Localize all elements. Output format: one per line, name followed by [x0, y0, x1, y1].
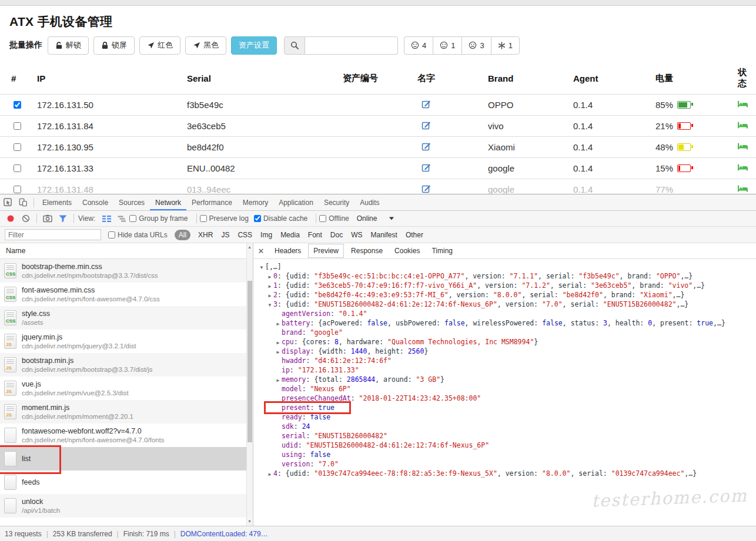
json-token: battery	[282, 319, 310, 327]
disable-cache-checkbox[interactable]	[254, 215, 261, 222]
edit-icon[interactable]	[422, 100, 431, 110]
filter-type-media[interactable]: Media	[280, 231, 300, 239]
filter-type-other[interactable]: Other	[406, 231, 423, 239]
network-request-row[interactable]: JSmoment.min.jscdn.jsdelivr.net/npm/mome…	[0, 400, 253, 424]
scrollbar-thumb[interactable]	[247, 281, 252, 442]
disable-cache-option[interactable]: Disable cache	[254, 214, 307, 223]
tab-memory[interactable]: Memory	[237, 194, 273, 210]
hide-data-urls-option[interactable]: Hide data URLs	[108, 231, 168, 239]
disclosure-closed-icon[interactable]: ▶	[266, 470, 273, 479]
tab-performance[interactable]: Performance	[186, 194, 237, 210]
edit-icon[interactable]	[422, 164, 431, 174]
tab-audits[interactable]: Audits	[354, 194, 384, 210]
json-token: memory	[282, 375, 306, 384]
asset-settings-button[interactable]: 资产设置	[231, 36, 277, 55]
row-select-checkbox[interactable]	[14, 122, 21, 130]
record-network-log-icon[interactable]	[3, 211, 18, 226]
filter-type-font[interactable]: Font	[308, 231, 322, 239]
brand-cell: vivo	[456, 116, 541, 137]
close-icon[interactable]: ✕	[253, 247, 269, 256]
counter-frown[interactable]: 3	[461, 36, 491, 55]
tab-sources[interactable]: Sources	[113, 194, 150, 210]
filter-type-xhr[interactable]: XHR	[198, 231, 213, 239]
network-request-row[interactable]: JSvue.jscdn.jsdelivr.net/npm/vue@2.5.3/d…	[0, 377, 253, 400]
lock-screen-button[interactable]: 锁屏	[93, 36, 135, 55]
network-request-row[interactable]: unlock/api/v1/batch	[0, 494, 253, 518]
network-request-row[interactable]: feeds	[0, 471, 253, 494]
group-by-frame-checkbox[interactable]	[129, 215, 136, 222]
lock-icon	[101, 41, 109, 49]
search-input[interactable]	[305, 36, 398, 55]
network-request-row[interactable]: CSSfont-awesome.min.csscdn.jsdelivr.net/…	[0, 283, 253, 306]
filter-type-ws[interactable]: WS	[351, 231, 362, 239]
group-by-frame-option[interactable]: Group by frame	[129, 214, 188, 223]
tab-console[interactable]: Console	[77, 194, 113, 210]
offline-checkbox[interactable]	[319, 215, 326, 222]
preview-tab-preview[interactable]: Preview	[308, 244, 344, 258]
preserve-log-checkbox[interactable]	[200, 215, 207, 222]
tab-network[interactable]: Network	[150, 194, 186, 210]
throttling-selector[interactable]: Online	[357, 214, 377, 223]
clear-icon[interactable]	[18, 211, 34, 226]
json-token: ,…}	[684, 469, 697, 478]
batch-operations-label: 批量操作	[9, 40, 42, 51]
counter-asterisk[interactable]: 1	[491, 36, 520, 55]
offline-option[interactable]: Offline	[319, 214, 349, 223]
frown-face-icon	[469, 41, 477, 49]
network-request-row[interactable]: JSjquery.min.jscdn.jsdelivr.net/npm/jque…	[0, 330, 253, 353]
overview-waterfall-icon[interactable]	[114, 211, 129, 226]
network-filter-input[interactable]	[5, 229, 101, 240]
capture-screenshots-icon[interactable]	[40, 211, 55, 226]
network-request-row[interactable]: CSSstyle.css/assets	[0, 306, 253, 330]
unlock-button[interactable]: 解锁	[48, 36, 89, 55]
search-group	[284, 36, 398, 55]
json-token: , status:	[563, 319, 603, 327]
tab-elements[interactable]: Elements	[37, 194, 77, 210]
inspect-element-icon[interactable]	[0, 194, 15, 210]
red-button[interactable]: 红色	[139, 36, 180, 55]
network-request-row[interactable]: CSSbootstrap-theme.min.csscdn.jsdelivr.n…	[0, 259, 253, 283]
row-select-checkbox[interactable]	[14, 101, 21, 109]
json-preview: ▼[,…]▶0: {udid: "f3b5e49c-ec:51:bc:bc:c4…	[253, 259, 756, 526]
json-token: "7.1.1"	[510, 272, 538, 280]
requests-panel: Name CSSbootstrap-theme.min.csscdn.jsdel…	[0, 243, 253, 526]
filter-type-js[interactable]: JS	[221, 231, 229, 239]
request-name: vue.js	[22, 380, 129, 388]
network-request-row[interactable]: JSbootstrap.min.jscdn.jsdelivr.net/npm/b…	[0, 353, 253, 377]
request-text: jquery.min.jscdn.jsdelivr.net/npm/jquery…	[22, 333, 136, 350]
chevron-down-icon[interactable]	[389, 216, 394, 221]
row-select-checkbox[interactable]	[14, 186, 21, 193]
preserve-log-option[interactable]: Preserve log	[200, 214, 249, 223]
json-token: hwaddr	[282, 357, 306, 365]
black-button[interactable]: 黑色	[185, 36, 226, 55]
filter-funnel-icon[interactable]	[55, 211, 71, 226]
filter-type-manifest[interactable]: Manifest	[371, 231, 397, 239]
json-token: 0	[273, 272, 277, 280]
filter-type-all[interactable]: All	[175, 230, 190, 240]
counter-meh[interactable]: 4	[404, 36, 433, 55]
small-request-rows-icon[interactable]	[99, 211, 114, 226]
preview-tab-response[interactable]: Response	[346, 244, 387, 257]
filter-type-img[interactable]: Img	[260, 231, 272, 239]
tab-security[interactable]: Security	[319, 194, 354, 210]
row-select-checkbox[interactable]	[14, 143, 21, 151]
filter-type-doc[interactable]: Doc	[330, 231, 343, 239]
json-token: :	[302, 385, 310, 393]
scroll-down-icon[interactable]: ▾	[247, 518, 252, 525]
filter-type-css[interactable]: CSS	[237, 231, 252, 239]
preview-tab-headers[interactable]: Headers	[270, 244, 306, 257]
json-line: sdk: 24	[258, 422, 756, 431]
network-request-row[interactable]: fontawesome-webfont.woff2?v=4.7.0cdn.jsd…	[0, 424, 253, 447]
edit-icon[interactable]	[422, 122, 431, 132]
network-request-row[interactable]: list	[0, 447, 253, 471]
counter-smile[interactable]: 1	[433, 36, 462, 55]
preview-tab-cookies[interactable]: Cookies	[390, 244, 424, 257]
tab-application[interactable]: Application	[273, 194, 319, 210]
preview-tab-timing[interactable]: Timing	[427, 244, 457, 257]
device-toolbar-icon[interactable]	[15, 194, 31, 210]
row-select-cell	[0, 95, 32, 116]
edit-icon[interactable]	[422, 143, 431, 153]
scroll-up-icon[interactable]: ▴	[247, 244, 252, 251]
hide-data-urls-checkbox[interactable]	[108, 231, 115, 238]
row-select-checkbox[interactable]	[14, 164, 21, 172]
